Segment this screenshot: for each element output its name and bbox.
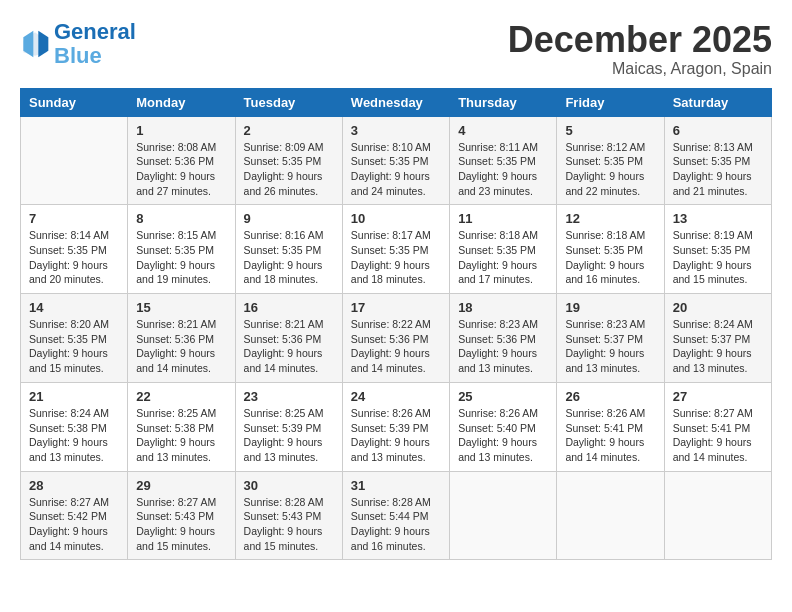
header-row: SundayMondayTuesdayWednesdayThursdayFrid… [21, 88, 772, 116]
calendar-cell: 7Sunrise: 8:14 AM Sunset: 5:35 PM Daylig… [21, 205, 128, 294]
location: Maicas, Aragon, Spain [508, 60, 772, 78]
day-number: 26 [565, 389, 655, 404]
page-header: General Blue December 2025 Maicas, Arago… [20, 20, 772, 78]
logo: General Blue [20, 20, 136, 68]
day-info: Sunrise: 8:26 AM Sunset: 5:39 PM Dayligh… [351, 406, 441, 465]
day-info: Sunrise: 8:20 AM Sunset: 5:35 PM Dayligh… [29, 317, 119, 376]
day-number: 3 [351, 123, 441, 138]
calendar-cell: 2Sunrise: 8:09 AM Sunset: 5:35 PM Daylig… [235, 116, 342, 205]
day-info: Sunrise: 8:16 AM Sunset: 5:35 PM Dayligh… [244, 228, 334, 287]
day-number: 12 [565, 211, 655, 226]
calendar-cell: 17Sunrise: 8:22 AM Sunset: 5:36 PM Dayli… [342, 294, 449, 383]
month-title: December 2025 [508, 20, 772, 60]
header-day-tuesday: Tuesday [235, 88, 342, 116]
day-number: 5 [565, 123, 655, 138]
calendar-cell [21, 116, 128, 205]
calendar-cell: 26Sunrise: 8:26 AM Sunset: 5:41 PM Dayli… [557, 382, 664, 471]
svg-marker-2 [23, 31, 33, 58]
day-info: Sunrise: 8:25 AM Sunset: 5:38 PM Dayligh… [136, 406, 226, 465]
day-number: 11 [458, 211, 548, 226]
calendar-cell: 6Sunrise: 8:13 AM Sunset: 5:35 PM Daylig… [664, 116, 771, 205]
day-info: Sunrise: 8:11 AM Sunset: 5:35 PM Dayligh… [458, 140, 548, 199]
calendar-cell [557, 471, 664, 560]
day-info: Sunrise: 8:13 AM Sunset: 5:35 PM Dayligh… [673, 140, 763, 199]
calendar-cell: 10Sunrise: 8:17 AM Sunset: 5:35 PM Dayli… [342, 205, 449, 294]
day-number: 24 [351, 389, 441, 404]
calendar-cell: 9Sunrise: 8:16 AM Sunset: 5:35 PM Daylig… [235, 205, 342, 294]
calendar-cell: 3Sunrise: 8:10 AM Sunset: 5:35 PM Daylig… [342, 116, 449, 205]
day-info: Sunrise: 8:08 AM Sunset: 5:36 PM Dayligh… [136, 140, 226, 199]
day-info: Sunrise: 8:22 AM Sunset: 5:36 PM Dayligh… [351, 317, 441, 376]
calendar-cell: 24Sunrise: 8:26 AM Sunset: 5:39 PM Dayli… [342, 382, 449, 471]
calendar-cell: 27Sunrise: 8:27 AM Sunset: 5:41 PM Dayli… [664, 382, 771, 471]
day-number: 1 [136, 123, 226, 138]
week-row-5: 28Sunrise: 8:27 AM Sunset: 5:42 PM Dayli… [21, 471, 772, 560]
calendar-cell: 21Sunrise: 8:24 AM Sunset: 5:38 PM Dayli… [21, 382, 128, 471]
day-number: 31 [351, 478, 441, 493]
svg-marker-1 [38, 31, 48, 58]
day-number: 17 [351, 300, 441, 315]
week-row-3: 14Sunrise: 8:20 AM Sunset: 5:35 PM Dayli… [21, 294, 772, 383]
week-row-2: 7Sunrise: 8:14 AM Sunset: 5:35 PM Daylig… [21, 205, 772, 294]
day-number: 14 [29, 300, 119, 315]
calendar-cell [664, 471, 771, 560]
day-info: Sunrise: 8:17 AM Sunset: 5:35 PM Dayligh… [351, 228, 441, 287]
day-number: 29 [136, 478, 226, 493]
calendar-cell: 22Sunrise: 8:25 AM Sunset: 5:38 PM Dayli… [128, 382, 235, 471]
day-number: 22 [136, 389, 226, 404]
calendar-cell: 30Sunrise: 8:28 AM Sunset: 5:43 PM Dayli… [235, 471, 342, 560]
calendar-cell: 13Sunrise: 8:19 AM Sunset: 5:35 PM Dayli… [664, 205, 771, 294]
day-info: Sunrise: 8:28 AM Sunset: 5:43 PM Dayligh… [244, 495, 334, 554]
day-number: 30 [244, 478, 334, 493]
day-info: Sunrise: 8:23 AM Sunset: 5:37 PM Dayligh… [565, 317, 655, 376]
day-number: 13 [673, 211, 763, 226]
day-info: Sunrise: 8:24 AM Sunset: 5:38 PM Dayligh… [29, 406, 119, 465]
day-number: 8 [136, 211, 226, 226]
day-number: 21 [29, 389, 119, 404]
day-info: Sunrise: 8:18 AM Sunset: 5:35 PM Dayligh… [565, 228, 655, 287]
day-info: Sunrise: 8:21 AM Sunset: 5:36 PM Dayligh… [136, 317, 226, 376]
day-info: Sunrise: 8:14 AM Sunset: 5:35 PM Dayligh… [29, 228, 119, 287]
calendar-cell: 19Sunrise: 8:23 AM Sunset: 5:37 PM Dayli… [557, 294, 664, 383]
calendar-cell: 23Sunrise: 8:25 AM Sunset: 5:39 PM Dayli… [235, 382, 342, 471]
week-row-1: 1Sunrise: 8:08 AM Sunset: 5:36 PM Daylig… [21, 116, 772, 205]
header-day-wednesday: Wednesday [342, 88, 449, 116]
day-number: 28 [29, 478, 119, 493]
day-info: Sunrise: 8:21 AM Sunset: 5:36 PM Dayligh… [244, 317, 334, 376]
day-number: 9 [244, 211, 334, 226]
day-number: 27 [673, 389, 763, 404]
header-day-monday: Monday [128, 88, 235, 116]
calendar-cell: 31Sunrise: 8:28 AM Sunset: 5:44 PM Dayli… [342, 471, 449, 560]
calendar-cell: 1Sunrise: 8:08 AM Sunset: 5:36 PM Daylig… [128, 116, 235, 205]
day-info: Sunrise: 8:18 AM Sunset: 5:35 PM Dayligh… [458, 228, 548, 287]
header-day-saturday: Saturday [664, 88, 771, 116]
header-day-sunday: Sunday [21, 88, 128, 116]
calendar-cell: 16Sunrise: 8:21 AM Sunset: 5:36 PM Dayli… [235, 294, 342, 383]
header-day-thursday: Thursday [450, 88, 557, 116]
day-number: 10 [351, 211, 441, 226]
day-number: 16 [244, 300, 334, 315]
day-info: Sunrise: 8:26 AM Sunset: 5:41 PM Dayligh… [565, 406, 655, 465]
calendar-cell: 18Sunrise: 8:23 AM Sunset: 5:36 PM Dayli… [450, 294, 557, 383]
day-info: Sunrise: 8:15 AM Sunset: 5:35 PM Dayligh… [136, 228, 226, 287]
day-number: 19 [565, 300, 655, 315]
day-info: Sunrise: 8:28 AM Sunset: 5:44 PM Dayligh… [351, 495, 441, 554]
logo-icon [20, 29, 50, 59]
day-info: Sunrise: 8:12 AM Sunset: 5:35 PM Dayligh… [565, 140, 655, 199]
day-info: Sunrise: 8:27 AM Sunset: 5:42 PM Dayligh… [29, 495, 119, 554]
day-info: Sunrise: 8:24 AM Sunset: 5:37 PM Dayligh… [673, 317, 763, 376]
day-number: 23 [244, 389, 334, 404]
day-number: 18 [458, 300, 548, 315]
title-block: December 2025 Maicas, Aragon, Spain [508, 20, 772, 78]
calendar-cell: 8Sunrise: 8:15 AM Sunset: 5:35 PM Daylig… [128, 205, 235, 294]
header-day-friday: Friday [557, 88, 664, 116]
calendar-cell: 5Sunrise: 8:12 AM Sunset: 5:35 PM Daylig… [557, 116, 664, 205]
day-number: 7 [29, 211, 119, 226]
day-info: Sunrise: 8:26 AM Sunset: 5:40 PM Dayligh… [458, 406, 548, 465]
calendar-cell: 12Sunrise: 8:18 AM Sunset: 5:35 PM Dayli… [557, 205, 664, 294]
calendar-cell: 29Sunrise: 8:27 AM Sunset: 5:43 PM Dayli… [128, 471, 235, 560]
day-number: 25 [458, 389, 548, 404]
calendar-cell: 14Sunrise: 8:20 AM Sunset: 5:35 PM Dayli… [21, 294, 128, 383]
day-info: Sunrise: 8:27 AM Sunset: 5:41 PM Dayligh… [673, 406, 763, 465]
calendar-table: SundayMondayTuesdayWednesdayThursdayFrid… [20, 88, 772, 561]
